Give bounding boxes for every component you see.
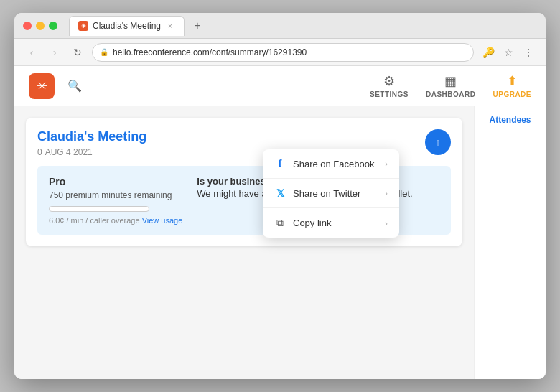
copy-icon: ⧉ <box>274 217 286 229</box>
meeting-title: Claudia's Meeting <box>37 129 146 144</box>
facebook-item-left: f Share on Facebook <box>274 158 374 169</box>
browser-tab[interactable]: ✳ Claudia's Meeting × <box>69 16 185 36</box>
twitter-chevron: › <box>385 189 388 197</box>
key-icon-button[interactable]: 🔑 <box>480 44 497 61</box>
plan-progress-bar <box>49 206 149 212</box>
facebook-chevron: › <box>385 159 388 168</box>
tab-bar: ✳ Claudia's Meeting × + <box>69 16 537 36</box>
refresh-icon: ↻ <box>73 47 82 58</box>
back-icon: ‹ <box>30 47 34 58</box>
meeting-title-area: Claudia's Meeting 0 AUG 4 2021 <box>37 129 146 157</box>
close-button[interactable] <box>23 22 32 30</box>
copy-link-item[interactable]: ⧉ Copy link › <box>263 208 399 238</box>
title-bar: ✳ Claudia's Meeting × + <box>14 13 546 39</box>
upgrade-icon: ⬆ <box>507 73 518 89</box>
settings-icon: ⚙ <box>383 73 395 89</box>
share-button[interactable]: ↑ <box>425 129 451 155</box>
plan-name: Pro <box>49 176 182 187</box>
share-facebook-item[interactable]: f Share on Facebook › <box>263 149 399 179</box>
twitter-item-left: 𝕏 Share on Twitter <box>274 187 360 199</box>
content-area: Claudia's Meeting 0 AUG 4 2021 ↑ <box>14 106 474 379</box>
copy-chevron: › <box>385 219 388 228</box>
forward-icon: › <box>53 47 57 58</box>
maximize-button[interactable] <box>49 22 57 30</box>
plan-rate: 6.0¢ / min / caller overage View usage <box>49 216 182 225</box>
attendees-tab-label: Attendees <box>489 115 531 125</box>
upgrade-nav-item[interactable]: ⬆ UPGRADE <box>493 73 531 98</box>
copy-item-left: ⧉ Copy link <box>274 217 331 229</box>
facebook-icon: f <box>274 158 286 169</box>
address-bar[interactable]: 🔒 hello.freeconference.com/conf/summary/… <box>92 43 474 62</box>
browser-window: ✳ Claudia's Meeting × + ‹ › ↻ 🔒 hello.fr… <box>14 13 546 379</box>
minimize-button[interactable] <box>36 22 45 30</box>
url-text: hello.freeconference.com/conf/summary/16… <box>113 47 307 57</box>
refresh-button[interactable]: ↻ <box>69 44 86 61</box>
settings-nav-item[interactable]: ⚙ SETTINGS <box>370 73 409 98</box>
upgrade-label: UPGRADE <box>493 90 531 98</box>
dashboard-icon: ▦ <box>444 73 457 89</box>
settings-label: SETTINGS <box>370 90 409 98</box>
traffic-lights <box>23 22 57 30</box>
tab-close-button[interactable]: × <box>165 21 175 31</box>
tab-favicon: ✳ <box>78 21 88 31</box>
date-text: AUG 4 2021 <box>45 147 93 157</box>
star-icon-button[interactable]: ☆ <box>500 44 517 61</box>
forward-button[interactable]: › <box>46 44 63 61</box>
meeting-date: 0 AUG 4 2021 <box>37 147 146 157</box>
share-icon: ↑ <box>436 136 441 148</box>
twitter-icon: 𝕏 <box>274 187 286 199</box>
attendees-tab[interactable]: Attendees <box>475 106 546 134</box>
nav-bar: ‹ › ↻ 🔒 hello.freeconference.com/conf/su… <box>14 39 546 66</box>
plan-minutes: 750 premium minutes remaining <box>49 190 182 200</box>
new-tab-button[interactable]: + <box>189 17 206 34</box>
dashboard-label: DASHBOARD <box>426 90 476 98</box>
main-area: Claudia's Meeting 0 AUG 4 2021 ↑ <box>14 106 546 379</box>
nav-actions: 🔑 ☆ ⋮ <box>480 44 537 61</box>
plan-rate-text: 6.0¢ / min / caller overage <box>49 216 140 225</box>
facebook-label: Share on Facebook <box>293 159 374 169</box>
search-icon: 🔍 <box>67 79 82 93</box>
share-dropdown: f Share on Facebook › 𝕏 Share on Twitter… <box>263 149 399 238</box>
back-button[interactable]: ‹ <box>23 44 40 61</box>
lock-icon: 🔒 <box>100 48 108 56</box>
app-logo: ✳ <box>29 73 55 99</box>
logo-icon: ✳ <box>37 78 47 94</box>
twitter-label: Share on Twitter <box>293 188 360 199</box>
header-nav: ⚙ SETTINGS ▦ DASHBOARD ⬆ UPGRADE <box>370 73 531 98</box>
dashboard-nav-item[interactable]: ▦ DASHBOARD <box>426 73 476 98</box>
copy-label: Copy link <box>293 218 331 228</box>
app-content: ✳ 🔍 ⚙ SETTINGS ▦ DASHBOARD ⬆ UPGRADE <box>14 66 546 379</box>
tab-title: Claudia's Meeting <box>93 21 161 31</box>
share-twitter-item[interactable]: 𝕏 Share on Twitter › <box>263 179 399 208</box>
view-usage-link[interactable]: View usage <box>142 216 183 225</box>
more-button[interactable]: ⋮ <box>520 44 537 61</box>
date-prefix: 0 <box>37 147 42 157</box>
sidebar: Attendees <box>474 106 546 379</box>
app-header: ✳ 🔍 ⚙ SETTINGS ▦ DASHBOARD ⬆ UPGRADE <box>14 66 546 106</box>
plan-info: Pro 750 premium minutes remaining 6.0¢ /… <box>49 176 182 225</box>
search-button[interactable]: 🔍 <box>63 75 86 98</box>
